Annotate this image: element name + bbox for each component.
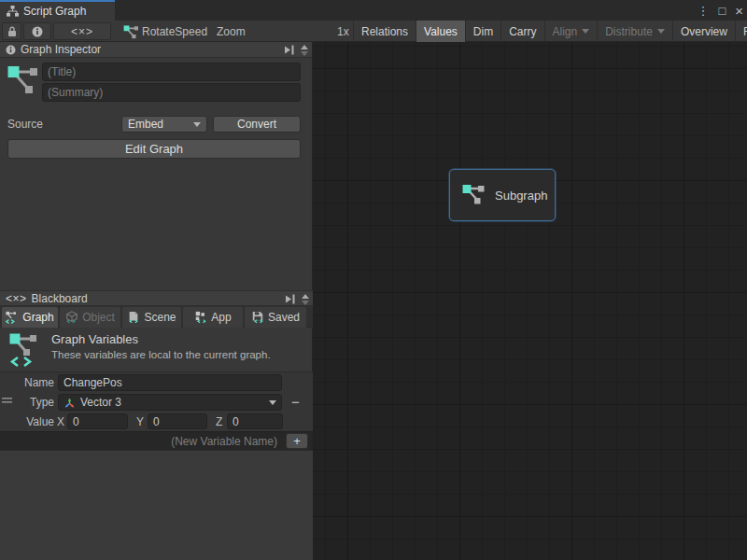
chevron-down-icon (582, 29, 589, 34)
scroll-up-icon[interactable] (301, 45, 308, 49)
visual-scripting-button[interactable]: <×> (53, 22, 111, 40)
blackboard-logo-icon: <×> (6, 292, 27, 305)
tab-bar: Script Graph ⋮ □ × (0, 0, 747, 21)
chevron-down-icon (269, 400, 276, 405)
graph-icon (7, 64, 39, 102)
graph-tab-icon (6, 311, 19, 324)
menu-kebab-icon[interactable]: ⋮ (697, 5, 709, 17)
close-icon[interactable]: × (735, 4, 743, 18)
variable-row: Name Type Vector 3 − Value X Y Z (0, 371, 313, 431)
maximize-icon[interactable]: □ (718, 5, 726, 17)
distribute-dropdown[interactable]: Distribute (597, 21, 672, 42)
scroll-up-icon[interactable] (302, 294, 309, 299)
app-icon (194, 311, 207, 324)
x-value-input[interactable] (67, 413, 128, 429)
z-value-input[interactable] (227, 413, 283, 429)
new-variable-input[interactable] (39, 433, 282, 449)
type-value: Vector 3 (80, 396, 121, 409)
add-variable-button[interactable]: + (286, 433, 308, 449)
values-button[interactable]: Values (416, 21, 465, 42)
side-panel: Graph Inspector Source Embed (0, 42, 313, 560)
convert-button[interactable]: Convert (213, 116, 301, 133)
panel-scrollbar[interactable] (300, 294, 311, 305)
dock-panel-icon[interactable] (283, 45, 295, 55)
graph-inspector-title: Graph Inspector (21, 43, 101, 56)
floppy-disk-icon (251, 311, 264, 324)
remove-variable-button[interactable]: − (291, 394, 300, 410)
z-label: Z (216, 415, 222, 428)
scene-icon (127, 311, 140, 324)
blackboard-title: Blackboard (32, 292, 88, 305)
info-icon (6, 45, 16, 55)
title-input[interactable] (42, 63, 301, 81)
graph-variables-subtitle: These variables are local to the current… (51, 349, 271, 360)
blackboard-tabs: Graph Object Scene (0, 306, 313, 328)
overview-button[interactable]: Overview (672, 21, 735, 42)
carry-button[interactable]: Carry (500, 21, 543, 42)
summary-input[interactable] (42, 83, 301, 102)
subgraph-icon (462, 184, 486, 207)
variable-type-dropdown[interactable]: Vector 3 (58, 394, 282, 411)
zoom-label: Zoom (217, 21, 246, 42)
subgraph-node[interactable]: Subgraph (449, 169, 556, 221)
blackboard-empty-area (0, 450, 313, 560)
tab-graph[interactable]: Graph (2, 307, 58, 328)
tab-script-graph[interactable]: Script Graph (0, 0, 115, 21)
cube-icon (65, 311, 78, 324)
source-value: Embed (128, 118, 163, 131)
graph-variables-title: Graph Variables (51, 332, 138, 346)
type-label: Type (7, 396, 54, 409)
hierarchy-icon (7, 6, 19, 17)
tab-label: Script Graph (23, 5, 86, 18)
relations-button[interactable]: Relations (353, 21, 416, 42)
visual-scripting-logo-icon: <×> (71, 25, 93, 38)
source-dropdown[interactable]: Embed (121, 116, 207, 133)
graph-canvas[interactable]: Subgraph (313, 42, 747, 560)
full-screen-button[interactable]: Full Screen (735, 21, 747, 42)
name-label: Name (7, 376, 54, 389)
zoom-value: 1x (337, 21, 349, 42)
vector3-icon (63, 397, 76, 409)
info-icon (32, 26, 43, 37)
graph-name-label: RotateSpeed (142, 21, 207, 42)
align-dropdown[interactable]: Align (544, 21, 598, 42)
y-value-input[interactable] (148, 413, 207, 429)
graph-inspector-header[interactable]: Graph Inspector (0, 42, 312, 58)
tab-scene[interactable]: Scene (122, 307, 181, 328)
scroll-down-icon[interactable] (302, 301, 309, 305)
dock-panel-icon[interactable] (284, 294, 296, 304)
x-label: X (57, 415, 64, 428)
value-label: Value (7, 415, 54, 428)
graph-toolbar: <×> RotateSpeed Zoom 1x Relations Values… (0, 21, 747, 42)
blackboard-header[interactable]: <×> Blackboard (0, 290, 313, 306)
tab-object[interactable]: Object (60, 307, 120, 328)
node-label: Subgraph (495, 189, 547, 203)
lock-icon (7, 26, 17, 37)
info-button[interactable] (23, 22, 51, 40)
source-label: Source (7, 118, 43, 131)
graph-variables-icon (9, 332, 41, 368)
tab-saved[interactable]: Saved (245, 307, 306, 328)
new-variable-row: + (0, 431, 313, 450)
chevron-down-icon (657, 29, 665, 34)
scroll-down-icon[interactable] (301, 51, 308, 56)
chevron-down-icon (193, 122, 201, 127)
panel-scrollbar[interactable] (299, 45, 310, 56)
lock-button[interactable] (2, 22, 21, 40)
tab-app[interactable]: App (183, 307, 243, 328)
edit-graph-button[interactable]: Edit Graph (7, 139, 301, 159)
variable-name-input[interactable] (58, 374, 282, 391)
window-controls: ⋮ □ × (697, 0, 743, 21)
dim-button[interactable]: Dim (465, 21, 500, 42)
y-label: Y (136, 415, 144, 428)
script-graph-window: Script Graph ⋮ □ × <×> (0, 0, 747, 560)
view-buttons: Relations Values Dim Carry Align Distrib… (353, 21, 747, 42)
graph-asset-icon (123, 25, 139, 39)
